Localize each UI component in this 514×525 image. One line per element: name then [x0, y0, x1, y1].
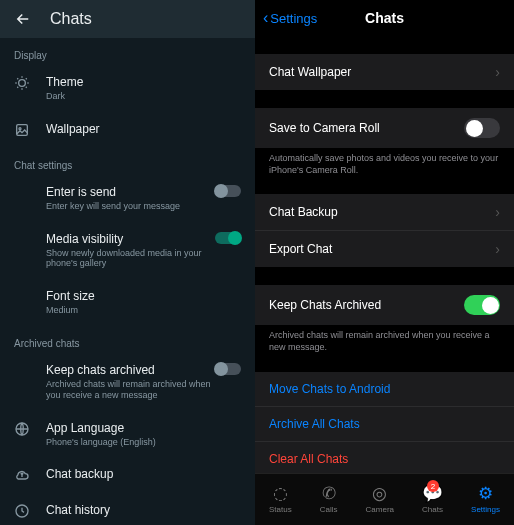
tab-settings[interactable]: ⚙ Settings: [471, 483, 500, 514]
cloud-up-icon: [14, 467, 36, 483]
row-enter-send[interactable]: Enter is send Enter key will send your m…: [0, 175, 255, 222]
camera-roll-footer: Automatically save photos and videos you…: [255, 148, 514, 176]
history-icon: [14, 503, 36, 519]
gear-icon: ⚙: [478, 483, 493, 504]
svg-point-2: [19, 127, 21, 129]
row-font-size[interactable]: Font size Medium: [0, 279, 255, 326]
tab-calls[interactable]: ✆ Calls: [320, 483, 338, 514]
ios-keep-arch-label: Keep Chats Archived: [269, 298, 464, 312]
group-wallpaper: Chat Wallpaper ›: [255, 54, 514, 90]
phone-icon: ✆: [322, 483, 336, 504]
globe-icon: [14, 421, 36, 437]
tab-chats-label: Chats: [422, 505, 443, 514]
status-icon: ◌: [273, 483, 288, 504]
wallpaper-title: Wallpaper: [46, 122, 241, 136]
chevron-right-icon: ›: [495, 241, 500, 257]
app-lang-title: App Language: [46, 421, 241, 435]
camera-roll-label: Save to Camera Roll: [269, 121, 464, 135]
row-export-chat[interactable]: Export Chat ›: [255, 230, 514, 267]
chat-backup-title: Chat backup: [46, 467, 241, 481]
row-move-android[interactable]: Move Chats to Android: [255, 372, 514, 406]
row-camera-roll[interactable]: Save to Camera Roll: [255, 108, 514, 148]
camera-roll-toggle[interactable]: [464, 118, 500, 138]
archive-all-label: Archive All Chats: [269, 417, 500, 431]
row-chat-backup[interactable]: Chat backup: [0, 457, 255, 493]
ios-wallpaper-label: Chat Wallpaper: [269, 65, 495, 79]
ios-header: ‹ Settings Chats: [255, 0, 514, 36]
ios-back-label: Settings: [270, 11, 317, 26]
tab-camera[interactable]: ◎ Camera: [366, 483, 394, 514]
back-arrow-icon[interactable]: [14, 10, 32, 28]
ios-header-title: Chats: [365, 10, 404, 26]
row-archive-all[interactable]: Archive All Chats: [255, 406, 514, 441]
camera-icon: ◎: [372, 483, 387, 504]
enter-send-toggle[interactable]: [213, 185, 241, 197]
media-vis-toggle[interactable]: [213, 232, 241, 244]
media-vis-title: Media visibility: [46, 232, 213, 246]
media-vis-sub: Show newly downloaded media in your phon…: [46, 248, 213, 270]
android-header: Chats: [0, 0, 255, 38]
section-chat-settings: Chat settings: [0, 148, 255, 175]
row-ios-keep-archived[interactable]: Keep Chats Archived: [255, 285, 514, 325]
row-chat-history[interactable]: Chat history: [0, 493, 255, 525]
ios-back-button[interactable]: ‹ Settings: [263, 9, 317, 27]
row-wallpaper[interactable]: Wallpaper: [0, 112, 255, 148]
ios-panel: ‹ Settings Chats Chat Wallpaper › Save t…: [255, 0, 514, 525]
row-media-visibility[interactable]: Media visibility Show newly downloaded m…: [0, 222, 255, 280]
row-ios-wallpaper[interactable]: Chat Wallpaper ›: [255, 54, 514, 90]
enter-send-title: Enter is send: [46, 185, 213, 199]
theme-sub: Dark: [46, 91, 241, 102]
font-size-sub: Medium: [46, 305, 241, 316]
row-ios-chat-backup[interactable]: Chat Backup ›: [255, 194, 514, 230]
tab-settings-label: Settings: [471, 505, 500, 514]
group-keep-archived: Keep Chats Archived Archived chats will …: [255, 285, 514, 353]
row-theme[interactable]: Theme Dark: [0, 65, 255, 112]
theme-title: Theme: [46, 75, 241, 89]
wallpaper-icon: [14, 122, 36, 138]
row-app-language[interactable]: App Language Phone's language (English): [0, 411, 255, 458]
ios-keep-arch-toggle[interactable]: [464, 295, 500, 315]
svg-rect-1: [17, 124, 28, 135]
chat-history-title: Chat history: [46, 503, 241, 517]
row-keep-archived[interactable]: Keep chats archived Archived chats will …: [0, 353, 255, 411]
enter-send-sub: Enter key will send your message: [46, 201, 213, 212]
tab-camera-label: Camera: [366, 505, 394, 514]
group-backup: Chat Backup › Export Chat ›: [255, 194, 514, 267]
tab-status-label: Status: [269, 505, 292, 514]
app-lang-sub: Phone's language (English): [46, 437, 241, 448]
keep-arch-toggle[interactable]: [213, 363, 241, 375]
android-header-title: Chats: [50, 10, 92, 28]
keep-arch-sub: Archived chats will remain archived when…: [46, 379, 213, 401]
move-android-label: Move Chats to Android: [269, 382, 500, 396]
keep-arch-title: Keep chats archived: [46, 363, 213, 377]
section-archived: Archived chats: [0, 326, 255, 353]
chats-badge: 2: [427, 480, 439, 492]
android-panel: Chats Display Theme Dark Wallpaper Chat …: [0, 0, 255, 525]
ios-keep-arch-footer: Archived chats will remain archived when…: [255, 325, 514, 353]
tab-status[interactable]: ◌ Status: [269, 483, 292, 514]
clear-all-label: Clear All Chats: [269, 452, 500, 466]
chevron-right-icon: ›: [495, 204, 500, 220]
ios-chat-backup-label: Chat Backup: [269, 205, 495, 219]
tab-chats[interactable]: 💬 2 Chats: [422, 483, 443, 514]
ios-tabbar: ◌ Status ✆ Calls ◎ Camera 💬 2 Chats ⚙ Se…: [255, 473, 514, 525]
chevron-right-icon: ›: [495, 64, 500, 80]
export-chat-label: Export Chat: [269, 242, 495, 256]
svg-point-0: [19, 80, 26, 87]
tab-calls-label: Calls: [320, 505, 338, 514]
group-camera-roll: Save to Camera Roll Automatically save p…: [255, 108, 514, 176]
theme-icon: [14, 75, 36, 91]
section-display: Display: [0, 38, 255, 65]
font-size-title: Font size: [46, 289, 241, 303]
row-clear-all[interactable]: Clear All Chats: [255, 441, 514, 476]
chevron-left-icon: ‹: [263, 9, 268, 27]
